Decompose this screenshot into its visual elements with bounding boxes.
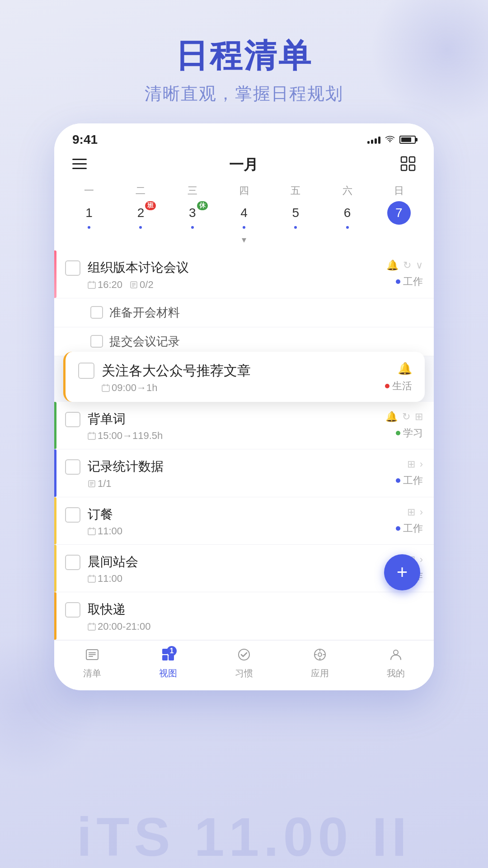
task-item-1[interactable]: 组织版本讨论会议 16:20 0/2 🔔 xyxy=(54,250,434,298)
tag-dot-3 xyxy=(396,431,400,435)
expand-calendar-button[interactable]: ▾ xyxy=(63,232,425,247)
svg-rect-6 xyxy=(409,165,415,170)
task-item-5[interactable]: 订餐 11:00 ⊞ › 工作 xyxy=(54,497,434,545)
day-cell-7[interactable]: 7 xyxy=(381,201,417,229)
task-checkbox-4[interactable] xyxy=(65,459,80,475)
tag-label-1: 工作 xyxy=(403,275,423,288)
expand-icon-1[interactable]: ∨ xyxy=(416,259,423,271)
task-checkbox-5[interactable] xyxy=(65,507,80,523)
day-header-fri: 五 xyxy=(277,184,314,198)
task-checkbox-7[interactable] xyxy=(65,602,80,618)
status-time: 9:41 xyxy=(72,132,98,147)
calendar-grid-icon[interactable] xyxy=(400,156,416,175)
svg-rect-5 xyxy=(401,165,407,170)
task-title-6: 晨间站会 xyxy=(88,554,396,570)
subtask-item-1[interactable]: 准备开会材料 xyxy=(54,298,434,327)
task-time-6: 11:00 xyxy=(88,573,122,585)
task-item-3[interactable]: 背单词 15:00→119.5h 🔔 ↻ ⊞ xyxy=(54,402,434,449)
day-badge-3: 休 xyxy=(197,201,208,210)
task-item-4[interactable]: 记录统计数据 1/1 ⊞ › 工作 xyxy=(54,449,434,497)
svg-rect-4 xyxy=(409,157,415,162)
tag-dot-4 xyxy=(396,478,400,483)
svg-rect-0 xyxy=(72,159,87,160)
svg-rect-39 xyxy=(162,655,168,660)
subtask-checkbox-2[interactable] xyxy=(90,335,103,348)
arrow-icon-4[interactable]: › xyxy=(420,458,423,470)
phone-mockup: 9:41 xyxy=(54,123,434,690)
task-actions-1: 🔔 ↻ ∨ 工作 xyxy=(386,259,423,288)
page-title: 日程清单 xyxy=(0,36,488,75)
task-meta-3: 15:00→119.5h xyxy=(88,430,385,442)
task-count-4: 1/1 xyxy=(88,478,112,490)
svg-rect-24 xyxy=(88,528,95,535)
svg-point-48 xyxy=(394,650,398,655)
day-cell-6[interactable]: 6 xyxy=(329,201,366,229)
svg-rect-27 xyxy=(88,576,95,582)
day-numbers: 1 2 班 3 休 4 xyxy=(63,199,425,232)
featured-task-title: 关注各大公众号推荐文章 xyxy=(102,362,385,379)
task-time-3: 15:00→119.5h xyxy=(88,430,163,442)
svg-rect-14 xyxy=(102,385,109,392)
arrow-icon-6[interactable]: › xyxy=(420,554,423,566)
task-item-7[interactable]: 取快递 20:00-21:00 xyxy=(54,592,434,640)
featured-tag-dot xyxy=(385,384,389,388)
featured-task-content: 关注各大公众号推荐文章 09:00→1h xyxy=(102,362,385,394)
battery-icon xyxy=(399,136,416,144)
subtask-title-1: 准备开会材料 xyxy=(109,305,180,321)
day-cell-3[interactable]: 3 休 xyxy=(174,201,211,229)
task-content-7: 取快递 20:00-21:00 xyxy=(88,601,423,632)
featured-task-checkbox[interactable] xyxy=(78,363,94,379)
arrow-icon-5[interactable]: › xyxy=(420,506,423,518)
page-header: 日程清单 清晰直观，掌握日程规划 xyxy=(0,0,488,123)
day-cell-2[interactable]: 2 班 xyxy=(122,201,159,229)
tag-label-3: 学习 xyxy=(403,426,423,440)
task-time-7: 20:00-21:00 xyxy=(88,621,150,632)
nav-item-app[interactable]: 应用 xyxy=(297,648,343,679)
subtask-checkbox-1[interactable] xyxy=(90,306,103,319)
task-title-3: 背单词 xyxy=(88,411,385,427)
day-cell-4[interactable]: 4 xyxy=(226,201,262,229)
day-cell-5[interactable]: 5 xyxy=(277,201,314,229)
task-checkbox-6[interactable] xyxy=(65,555,80,570)
nav-item-mine[interactable]: 我的 xyxy=(373,648,418,679)
task-checkbox-1[interactable] xyxy=(65,260,80,276)
svg-rect-3 xyxy=(401,157,407,162)
task-content-5: 订餐 11:00 xyxy=(88,506,396,537)
task-content-4: 记录统计数据 1/1 xyxy=(88,458,396,489)
menu-icon[interactable] xyxy=(72,157,87,173)
task-time-1: 16:20 xyxy=(88,279,122,291)
fab-add-button[interactable]: + xyxy=(384,554,420,590)
nav-item-view[interactable]: 1 视图 xyxy=(145,648,191,679)
task-meta-7: 20:00-21:00 xyxy=(88,621,423,632)
task-checkbox-3[interactable] xyxy=(65,412,80,427)
day-headers: 一 二 三 四 五 六 日 xyxy=(63,182,425,199)
featured-task[interactable]: 关注各大公众号推荐文章 09:00→1h 🔔 生活 xyxy=(63,352,425,402)
task-title-1: 组织版本讨论会议 xyxy=(88,259,386,276)
featured-task-time: 09:00→1h xyxy=(102,382,158,394)
day-header-wed: 三 xyxy=(174,184,211,198)
calendar-week: 一 二 三 四 五 六 日 1 2 班 xyxy=(54,182,434,250)
svg-rect-1 xyxy=(72,163,87,165)
nav-item-habit[interactable]: 习惯 xyxy=(221,648,267,679)
tag-dot-1 xyxy=(396,279,400,284)
task-actions-5: ⊞ › 工作 xyxy=(396,506,423,535)
svg-rect-7 xyxy=(88,282,95,288)
day-header-sun: 日 xyxy=(381,184,417,198)
day-header-tue: 二 xyxy=(122,184,159,198)
its-watermark: iTS 11.00 II xyxy=(77,806,411,868)
nav-item-list[interactable]: 清单 xyxy=(70,648,115,679)
bottom-nav: 清单 1 视图 xyxy=(54,640,434,690)
task-count-1: 0/2 xyxy=(130,279,154,291)
svg-rect-30 xyxy=(88,624,95,630)
task-actions-4: ⊞ › 工作 xyxy=(396,458,423,487)
svg-point-41 xyxy=(239,649,249,660)
list-nav-icon xyxy=(85,650,99,664)
task-item-6[interactable]: 晨间站会 11:00 ⊞ › 工作 xyxy=(54,545,434,592)
alarm-icon-3: 🔔 xyxy=(385,411,398,423)
task-meta-6: 11:00 xyxy=(88,573,396,585)
nav-label-mine: 我的 xyxy=(387,667,405,679)
day-header-thu: 四 xyxy=(226,184,262,198)
status-icons xyxy=(367,135,416,145)
tag-label-5: 工作 xyxy=(403,522,423,535)
day-cell-1[interactable]: 1 xyxy=(71,201,107,229)
